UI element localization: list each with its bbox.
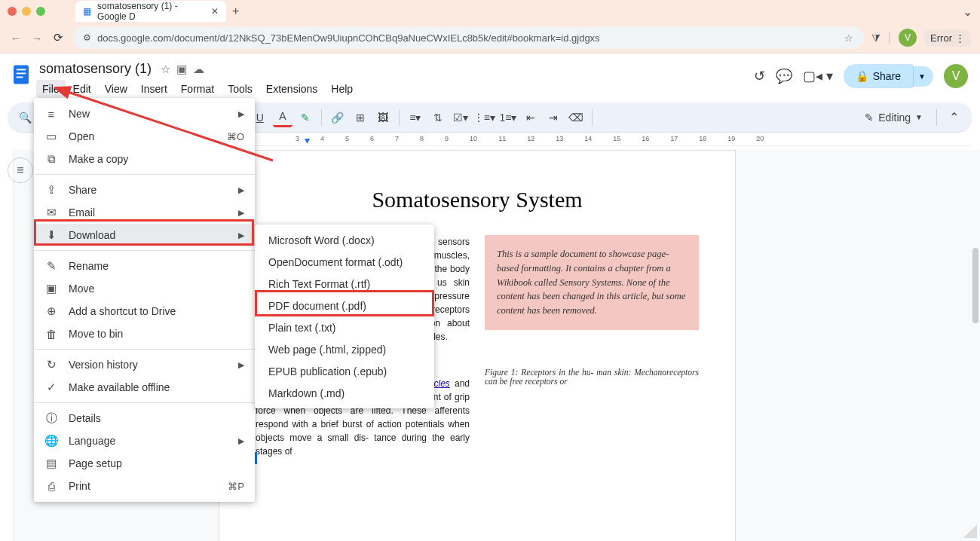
bookmark-icon[interactable]: ☆ <box>844 32 853 44</box>
account-avatar[interactable]: V <box>944 64 968 88</box>
menu-extensions[interactable]: Extensions <box>260 80 323 98</box>
explore-icon[interactable] <box>963 524 977 538</box>
file-menu-rename[interactable]: ✎Rename <box>34 255 255 277</box>
tabs-dropdown-icon[interactable]: ⌄ <box>963 5 972 19</box>
file-menu-new[interactable]: ≡New▶ <box>34 102 255 125</box>
file-menu-language[interactable]: 🌐Language▶ <box>34 429 255 452</box>
file-menu-make-available-offline[interactable]: ✓Make available offline <box>34 376 255 399</box>
pencil-icon: ✎ <box>865 112 874 124</box>
submenu-arrow-icon: ▶ <box>238 109 244 119</box>
callout-box: This is a sample document to showcase pa… <box>485 235 699 330</box>
download-option-microsoft[interactable]: Microsoft Word (.docx) <box>255 229 434 251</box>
vertical-ruler[interactable] <box>0 150 14 541</box>
share-dropdown[interactable]: ▼ <box>913 66 933 87</box>
share-button[interactable]: 🔒 Share <box>844 64 913 88</box>
back-icon[interactable]: ← <box>9 32 23 44</box>
editing-mode-dropdown[interactable]: ✎ Editing ▼ <box>857 109 930 127</box>
meet-icon[interactable]: ▢◂ ▾ <box>803 68 833 84</box>
close-tab-icon[interactable]: ✕ <box>211 6 219 17</box>
browser-tab[interactable]: ▦ somatosensory (1) - Google D ✕ <box>75 1 226 22</box>
download-option-plain[interactable]: Plain text (.txt) <box>255 316 434 338</box>
image-icon[interactable]: 🖼 <box>373 108 393 127</box>
line-spacing-icon[interactable]: ⇅ <box>428 108 448 127</box>
indent-dec-icon[interactable]: ⇤ <box>521 108 541 127</box>
clear-format-icon[interactable]: ⌫ <box>566 108 586 127</box>
comments-icon[interactable]: 💬 <box>776 68 792 84</box>
close-window[interactable] <box>8 7 17 16</box>
error-indicator[interactable]: Error⋮ <box>924 29 971 47</box>
link-icon[interactable]: 🔗 <box>328 108 348 127</box>
menu-insert[interactable]: Insert <box>135 80 173 98</box>
menu-item-icon: ▣ <box>44 282 58 295</box>
menu-tools[interactable]: Tools <box>222 80 259 98</box>
file-menu-email[interactable]: ✉Email▶ <box>34 201 255 224</box>
docs-logo-icon[interactable] <box>6 60 36 90</box>
browser-titlebar: ▦ somatosensory (1) - Google D ✕ + ⌄ <box>0 0 980 23</box>
text-color-icon[interactable]: A <box>273 108 292 127</box>
figure-caption: Figure 1: Receptors in the hu- man skin:… <box>485 368 699 386</box>
menu-item-icon: ⇪ <box>44 183 58 197</box>
history-icon[interactable]: ↺ <box>754 68 765 84</box>
file-menu-page-setup[interactable]: ▤Page setup <box>34 452 255 475</box>
file-menu-version-history[interactable]: ↻Version history▶ <box>34 353 255 376</box>
extensions-icon[interactable]: ⧩ <box>871 32 880 44</box>
bullet-list-icon[interactable]: ⋮≡▾ <box>473 108 495 127</box>
outline-toggle-icon[interactable]: ≡ <box>8 157 33 183</box>
indent-inc-icon[interactable]: ⇥ <box>544 108 563 127</box>
download-submenu: Microsoft Word (.docx)OpenDocument forma… <box>255 225 434 408</box>
file-menu-open[interactable]: ▭Open⌘O <box>34 125 255 148</box>
download-option-pdf[interactable]: PDF document (.pdf) <box>255 295 434 316</box>
file-menu-move-to-bin[interactable]: 🗑Move to bin <box>34 322 255 345</box>
svg-rect-2 <box>17 73 26 75</box>
download-option-web[interactable]: Web page (.html, zipped) <box>255 338 434 360</box>
file-menu-print[interactable]: ⎙Print⌘P <box>34 475 255 497</box>
number-list-icon[interactable]: 1≡▾ <box>498 108 518 127</box>
menu-format[interactable]: Format <box>175 80 220 98</box>
tab-title: somatosensory (1) - Google D <box>97 1 205 22</box>
file-menu-make-a-copy[interactable]: ⧉Make a copy <box>34 148 255 170</box>
docs-favicon-icon: ▦ <box>83 6 91 17</box>
minimize-window[interactable] <box>22 7 31 16</box>
submenu-arrow-icon: ▶ <box>238 208 244 218</box>
collapse-toolbar-icon[interactable]: ⌃ <box>943 110 965 124</box>
menu-item-icon: ▤ <box>44 457 58 470</box>
forward-icon: → <box>30 32 44 44</box>
menu-help[interactable]: Help <box>325 80 359 98</box>
file-menu-move[interactable]: ▣Move <box>34 277 255 300</box>
align-icon[interactable]: ≡▾ <box>406 108 425 127</box>
file-menu-details[interactable]: ⓘDetails <box>34 407 255 429</box>
scrollbar[interactable] <box>972 248 978 323</box>
file-menu-add-a-shortcut-to-drive[interactable]: ⊕Add a shortcut to Drive <box>34 300 255 322</box>
highlight-icon[interactable]: ✎ <box>296 108 315 127</box>
move-icon[interactable]: ▣ <box>176 63 187 76</box>
checklist-icon[interactable]: ☑▾ <box>451 108 470 127</box>
download-option-epub[interactable]: EPUB publication (.epub) <box>255 360 434 382</box>
download-option-opendocument[interactable]: OpenDocument format (.odt) <box>255 251 434 273</box>
download-option-markdown[interactable]: Markdown (.md) <box>255 382 434 404</box>
file-menu-download[interactable]: ⬇Download▶ <box>34 224 255 246</box>
menu-edit[interactable]: Edit <box>67 80 97 98</box>
new-tab-button[interactable]: + <box>232 5 239 18</box>
site-settings-icon[interactable]: ⚙ <box>83 32 91 43</box>
file-menu-share[interactable]: ⇪Share▶ <box>34 179 255 201</box>
menu-item-icon: ✓ <box>44 381 58 394</box>
download-option-rich[interactable]: Rich Text Format (.rtf) <box>255 273 434 295</box>
url-text: docs.google.com/document/d/12NkSQ_73bEMe… <box>97 32 600 44</box>
profile-avatar[interactable]: V <box>899 29 917 47</box>
menu-view[interactable]: View <box>99 80 133 98</box>
lock-icon: 🔒 <box>856 70 868 82</box>
address-bar[interactable]: ⚙ docs.google.com/document/d/12NkSQ_73bE… <box>72 26 864 49</box>
star-icon[interactable]: ☆ <box>161 63 170 76</box>
menu-item-icon: ↻ <box>44 358 58 371</box>
menu-item-icon: ▭ <box>44 130 58 143</box>
menu-item-icon: ⓘ <box>44 411 58 426</box>
document-title[interactable]: somatosensory (1) <box>36 60 155 78</box>
menu-file[interactable]: File <box>36 80 66 98</box>
reload-icon[interactable]: ⟳ <box>51 31 65 44</box>
cloud-status-icon[interactable]: ☁ <box>193 63 204 76</box>
page-heading: Somatosensory System <box>256 187 699 212</box>
comment-icon[interactable]: ⊞ <box>351 108 370 127</box>
menu-item-icon: ⬇ <box>44 228 58 242</box>
search-menus-icon[interactable]: 🔍 <box>15 108 35 127</box>
maximize-window[interactable] <box>36 7 45 16</box>
